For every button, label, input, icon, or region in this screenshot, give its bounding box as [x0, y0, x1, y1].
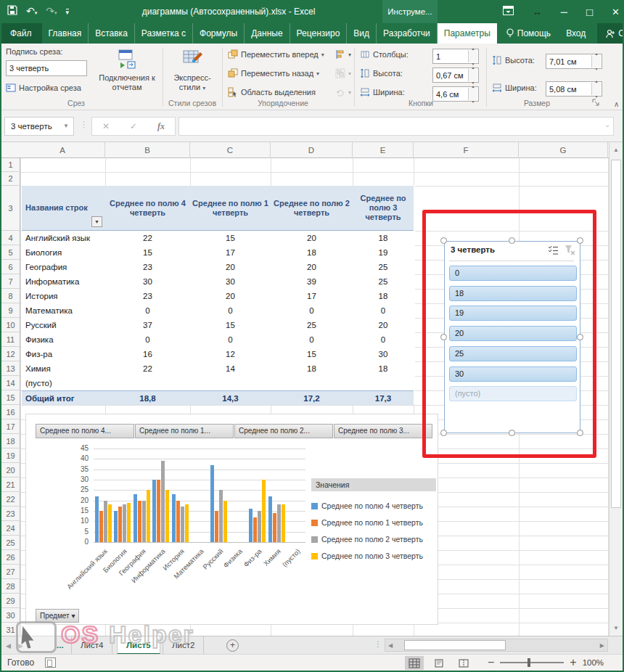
row-header-31[interactable]: 31 — [1, 623, 20, 636]
pivot-cell[interactable]: 30 — [190, 274, 271, 289]
row-header-29[interactable]: 29 — [1, 594, 20, 608]
quick-styles-button[interactable]: Экспресс-стили ▾ — [168, 48, 216, 93]
pivot-cell[interactable]: 18 — [271, 245, 353, 260]
undo-icon[interactable]: ↶▾ — [26, 0, 37, 25]
pivot-cell[interactable]: 0 — [353, 303, 414, 318]
row-header-14[interactable]: 14 — [1, 376, 20, 390]
cancel-icon[interactable]: ✕ — [102, 121, 110, 131]
row-header-18[interactable]: 18 — [1, 434, 20, 448]
pivot-cell[interactable]: 16 — [105, 347, 190, 361]
scroll-left-icon[interactable]: ◀ — [388, 642, 393, 649]
column-header-A[interactable]: A — [20, 142, 105, 158]
insert-function-icon[interactable]: fx — [157, 121, 165, 132]
pivot-row-name[interactable]: История — [22, 289, 105, 303]
group-objects-button[interactable]: ▾ — [335, 68, 351, 78]
slicer-settings-button[interactable]: Настройка среза — [6, 83, 81, 93]
pivot-cell[interactable]: 18 — [353, 361, 414, 376]
pivot-cell[interactable]: 18 — [353, 289, 414, 303]
sheet-nav-left-icon[interactable]: ◀ — [6, 642, 11, 650]
scroll-up-icon[interactable]: ▲ — [609, 147, 623, 153]
horizontal-scroll-thumb[interactable] — [404, 640, 506, 650]
align-objects-button[interactable]: ▾ — [335, 49, 351, 60]
expand-formula-bar-icon[interactable]: ⌄ — [604, 121, 610, 128]
tab-Данные[interactable]: Данные — [245, 23, 290, 44]
legend-item[interactable]: Среднее по полю 3 четверть — [311, 552, 423, 560]
pivot-row-name[interactable]: Русский — [22, 318, 105, 332]
row-header-30[interactable]: 30 — [1, 608, 20, 623]
pivot-cell[interactable]: 23 — [105, 289, 190, 303]
pivot-row-name[interactable]: Физика — [22, 332, 105, 347]
send-backward-button[interactable]: Переместить назад▾ — [228, 68, 319, 78]
tab-Файл[interactable]: Файл — [0, 23, 42, 44]
row-header-24[interactable]: 24 — [1, 521, 20, 536]
enter-icon[interactable]: ✓ — [130, 121, 137, 131]
column-header-E[interactable]: E — [353, 142, 414, 158]
sheet-tab-Лист2[interactable]: Лист2 — [163, 636, 204, 654]
row-header-23[interactable]: 23 — [1, 507, 20, 521]
pivot-cell[interactable]: 0 — [271, 332, 353, 347]
name-box[interactable]: 3 четверть▼ — [4, 117, 74, 136]
zoom-slider-thumb[interactable] — [527, 658, 530, 667]
page-break-view-button[interactable] — [454, 656, 473, 670]
record-macro-icon[interactable] — [45, 657, 56, 668]
chart-field-button[interactable]: Среднее по полю 3... — [334, 424, 432, 438]
maximize-icon[interactable]: □ — [586, 6, 593, 18]
pivot-cell[interactable] — [271, 376, 353, 390]
row-header-27[interactable]: 27 — [1, 565, 20, 579]
row-header-28[interactable]: 28 — [1, 579, 20, 594]
row-header-9[interactable]: 9 — [1, 303, 20, 318]
tab-Разметка с[interactable]: Разметка с — [135, 23, 193, 44]
row-header-4[interactable]: 4 — [1, 231, 20, 245]
chart-axis-field-button[interactable]: Предмет ▾ — [36, 609, 79, 623]
pivot-cell[interactable]: 17 — [271, 289, 353, 303]
slicer-caption-input[interactable]: 3 четверть — [6, 60, 87, 76]
row-header-11[interactable]: 11 — [1, 332, 20, 347]
pivot-cell[interactable] — [105, 376, 190, 390]
customize-qat-icon[interactable]: ▾ — [66, 9, 70, 15]
pivot-cell[interactable]: 20 — [190, 260, 271, 274]
pivot-cell[interactable]: 18 — [353, 231, 414, 245]
legend-title[interactable]: Значения — [311, 478, 436, 491]
pivot-cell[interactable]: 30 — [353, 347, 414, 361]
row-header-21[interactable]: 21 — [1, 478, 20, 492]
size-height-input[interactable]: 7,01 см▲▼ — [546, 54, 602, 69]
pivot-cell[interactable]: 0 — [353, 332, 414, 347]
save-icon[interactable] — [7, 0, 17, 23]
row-header-26[interactable]: 26 — [1, 550, 20, 565]
pivot-cell[interactable]: 0 — [190, 303, 271, 318]
row-header-12[interactable]: 12 — [1, 347, 20, 361]
pivot-row-name[interactable]: Биология — [22, 245, 105, 260]
sheet-tab-Лист4[interactable]: Лист4 — [71, 636, 112, 654]
row-header-10[interactable]: 10 — [1, 318, 20, 332]
pivot-row-name[interactable]: (пусто) — [22, 376, 105, 390]
pivot-row-name[interactable]: География — [22, 260, 105, 274]
pivot-cell[interactable]: 20 — [271, 231, 353, 245]
pivot-cell[interactable]: 18 — [271, 361, 353, 376]
page-layout-view-button[interactable] — [430, 656, 448, 670]
pivot-row-name[interactable]: Физ-ра — [22, 347, 105, 361]
pivot-cell[interactable]: 19 — [353, 245, 414, 260]
tab-Помощь[interactable]: Помощь — [497, 23, 557, 44]
normal-view-button[interactable] — [405, 656, 424, 670]
close-icon[interactable]: ✕ — [612, 7, 620, 17]
dialog-launcher-icon[interactable] — [592, 99, 599, 107]
pivot-row-name[interactable]: Информатика — [22, 274, 105, 289]
tab-Общий доступ[interactable]: Общий доступ — [597, 23, 624, 44]
pivot-cell[interactable]: 22 — [105, 231, 190, 245]
pivot-row-name[interactable]: Химия — [22, 361, 105, 376]
row-header-19[interactable]: 19 — [1, 448, 20, 463]
horizontal-scrollbar[interactable]: ◀ ▶ — [385, 639, 608, 652]
pivot-cell[interactable]: 30 — [105, 274, 190, 289]
size-width-input[interactable]: 5,08 см▲▼ — [546, 81, 602, 97]
pivot-cell[interactable]: 22 — [105, 361, 190, 376]
chart-field-button[interactable]: Среднее по полю 2... — [234, 424, 333, 438]
tab-Формулы[interactable]: Формулы — [193, 23, 245, 44]
pivot-cell[interactable]: 25 — [271, 318, 353, 332]
pivot-cell[interactable]: 14 — [190, 361, 271, 376]
redo-icon[interactable]: ↷▾ — [46, 0, 57, 25]
pivot-cell[interactable]: 15 — [105, 245, 190, 260]
scroll-right-icon[interactable]: ▶ — [600, 642, 604, 649]
pivot-cell[interactable]: 0 — [105, 332, 190, 347]
pivot-cell[interactable]: 15 — [190, 318, 271, 332]
rotate-objects-button[interactable]: ▾ — [335, 87, 351, 97]
